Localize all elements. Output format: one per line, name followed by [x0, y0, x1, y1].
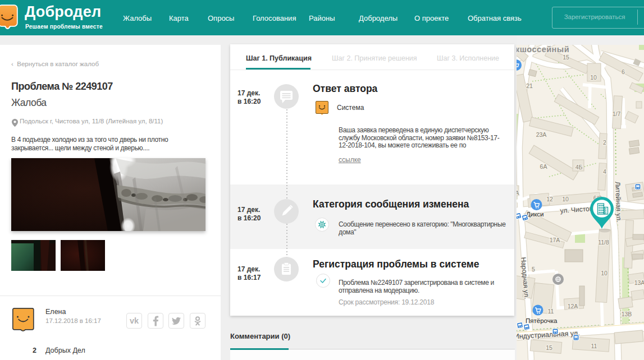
- svg-text:11: 11: [548, 308, 554, 315]
- svg-text:А: А: [517, 190, 519, 196]
- svg-text:21: 21: [526, 82, 533, 89]
- svg-text:5: 5: [532, 266, 535, 273]
- svg-text:13В: 13В: [622, 311, 632, 317]
- svg-text:1/7: 1/7: [613, 110, 621, 117]
- svg-text:10: 10: [590, 74, 597, 81]
- svg-text:Пятёрочка: Пятёрочка: [526, 317, 558, 324]
- svg-text:15: 15: [546, 344, 552, 351]
- svg-text:vk: vk: [130, 316, 139, 325]
- svg-text:Литейная ул.: Литейная ул.: [614, 182, 623, 223]
- svg-text:13А: 13А: [634, 279, 644, 286]
- svg-text:10: 10: [601, 270, 608, 276]
- svg-text:23А: 23А: [536, 131, 547, 138]
- svg-text:11: 11: [591, 343, 597, 349]
- svg-text:17А: 17А: [550, 237, 560, 243]
- svg-text:6А: 6А: [540, 163, 547, 170]
- svg-text:4: 4: [603, 168, 606, 175]
- svg-text:15: 15: [563, 54, 569, 61]
- svg-text:12: 12: [546, 196, 553, 202]
- svg-text:Дикси: Дикси: [526, 211, 544, 218]
- svg-text:12А: 12А: [568, 303, 578, 310]
- svg-text:4Б: 4Б: [576, 164, 583, 170]
- svg-text:6: 6: [622, 68, 625, 75]
- svg-text:10: 10: [562, 196, 569, 202]
- svg-text:2: 2: [603, 139, 606, 146]
- svg-text:11/8: 11/8: [598, 239, 609, 246]
- svg-text:кшоссейный: кшоссейный: [517, 45, 569, 54]
